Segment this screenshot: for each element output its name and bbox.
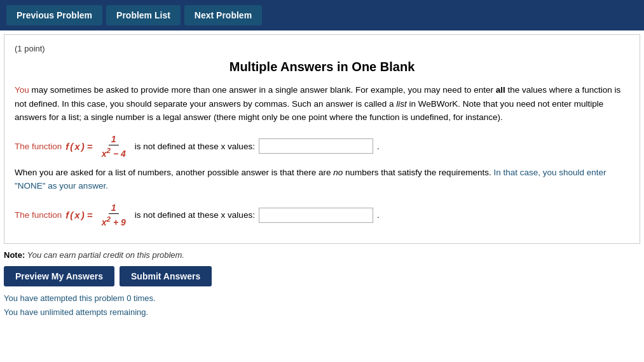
function1-row: The function f(x) = 1 x2 − 4 is not defi… — [15, 133, 629, 159]
main-content-area: (1 point) Multiple Answers in One Blank … — [4, 34, 640, 244]
between-highlight: In that case, you should enter "NONE" as… — [15, 168, 606, 191]
top-navigation: Previous Problem Problem List Next Probl… — [0, 0, 644, 30]
intro-you: You — [15, 85, 29, 95]
function2-fraction: 1 x2 + 9 — [99, 202, 128, 228]
function1-answer-input[interactable] — [259, 138, 373, 154]
function1-suffix: is not defined at these x values: — [135, 142, 255, 151]
note-text: You can earn partial credit on this prob… — [27, 250, 184, 260]
function2-period: . — [377, 210, 380, 220]
function2-math: f(x) = 1 x2 + 9 — [65, 202, 130, 228]
previous-problem-button[interactable]: Previous Problem — [6, 5, 102, 25]
note-section: Note: You can earn partial credit on thi… — [4, 250, 640, 260]
function2-row: The function f(x) = 1 x2 + 9 is not defi… — [15, 202, 629, 228]
function1-numerator: 1 — [109, 133, 119, 145]
function2-answer-input[interactable] — [259, 208, 373, 223]
function2-prefix: The function — [15, 210, 62, 220]
function1-fraction: 1 x2 − 4 — [99, 133, 128, 159]
note-label: Note: — [4, 250, 25, 260]
next-problem-button[interactable]: Next Problem — [184, 5, 262, 25]
point-value: (1 point) — [15, 44, 629, 53]
submit-answers-button[interactable]: Submit Answers — [120, 266, 212, 286]
function2-suffix: is not defined at these x values: — [135, 210, 255, 220]
function1-denominator: x2 − 4 — [99, 145, 128, 159]
problem-title: Multiple Answers in One Blank — [15, 60, 629, 74]
attempt-count: You have attempted this problem 0 times. — [4, 292, 640, 305]
action-buttons: Preview My Answers Submit Answers — [4, 266, 640, 286]
problem-list-button[interactable]: Problem List — [106, 5, 181, 25]
function1-prefix: The function — [15, 142, 62, 151]
between-paragraph: When you are asked for a list of numbers… — [15, 166, 629, 193]
function1-math: f(x) = 1 x2 − 4 — [65, 133, 130, 159]
intro-paragraph: You may sometimes be asked to provide mo… — [15, 83, 629, 124]
function2-denominator: x2 + 9 — [99, 214, 128, 228]
function2-numerator: 1 — [109, 202, 119, 214]
intro-all: all — [496, 85, 505, 95]
preview-answers-button[interactable]: Preview My Answers — [4, 266, 114, 286]
function1-period: . — [377, 142, 380, 151]
attempt-info: You have attempted this problem 0 times.… — [4, 292, 640, 319]
attempt-remaining: You have unlimited attempts remaining. — [4, 305, 640, 319]
